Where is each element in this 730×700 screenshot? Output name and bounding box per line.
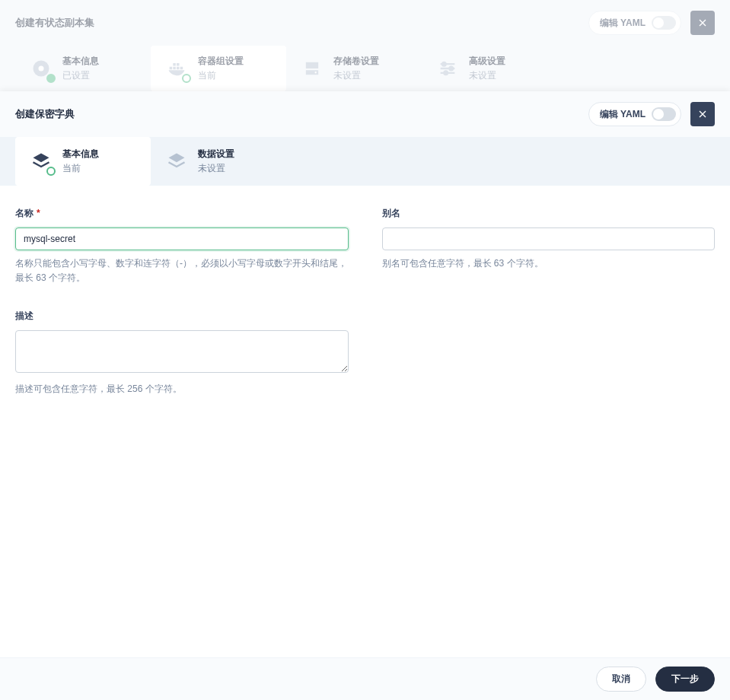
- modal-step-basic[interactable]: 基本信息 当前: [15, 137, 151, 186]
- modal-close-button[interactable]: [690, 102, 715, 126]
- step-label: 数据设置: [198, 148, 234, 161]
- close-icon: [697, 108, 709, 120]
- modal-step-data[interactable]: 数据设置 未设置: [151, 137, 286, 186]
- layers-icon: [164, 149, 189, 173]
- alias-input[interactable]: [382, 228, 716, 250]
- yaml-toggle-label: 编辑 YAML: [600, 108, 646, 121]
- modal-yaml-toggle[interactable]: 编辑 YAML: [588, 102, 681, 126]
- layers-icon: [29, 149, 53, 173]
- name-label: 名称*: [15, 207, 349, 220]
- desc-label: 描述: [15, 310, 349, 323]
- name-input[interactable]: [15, 228, 349, 250]
- alias-help-text: 别名可包含任意字符，最长 63 个字符。: [382, 256, 716, 271]
- desc-textarea[interactable]: [15, 330, 349, 373]
- modal-cancel-button[interactable]: 取消: [596, 667, 646, 692]
- name-help-text: 名称只能包含小写字母、数字和连字符（-），必须以小写字母或数字开头和结尾，最长 …: [15, 256, 349, 285]
- step-label: 基本信息: [62, 148, 99, 161]
- desc-help-text: 描述可包含任意字符，最长 256 个字符。: [15, 382, 349, 396]
- create-secret-modal: 创建保密字典 编辑 YAML 基本信息 当前 数: [0, 91, 730, 700]
- step-status: 未设置: [198, 162, 234, 175]
- modal-next-button[interactable]: 下一步: [655, 667, 715, 692]
- toggle-switch-icon: [652, 107, 676, 121]
- modal-title: 创建保密字典: [15, 107, 75, 121]
- alias-label: 别名: [382, 207, 716, 220]
- step-status: 当前: [62, 162, 99, 175]
